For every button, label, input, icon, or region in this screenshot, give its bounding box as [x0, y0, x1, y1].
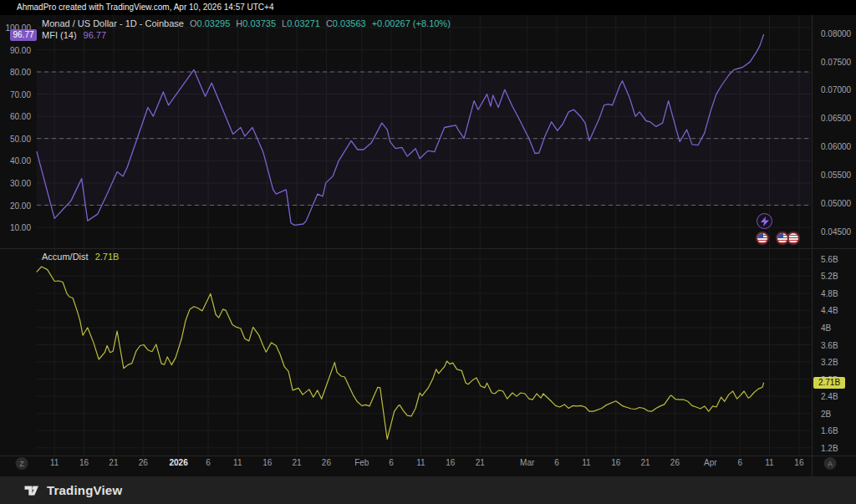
close-value: 0.03563 — [333, 18, 366, 28]
time-tick: 6 — [737, 458, 742, 467]
mfi-scale-tick: 90.00 — [0, 45, 31, 54]
mfi-scale-tick: 60.00 — [0, 112, 31, 121]
main-symbol-legend[interactable]: Monad / US Dollar - 1D - CoinbaseO0.0329… — [42, 18, 451, 28]
accum-scale-tick: 4.4B — [821, 306, 838, 315]
time-tick: 6 — [206, 458, 211, 467]
monad-logo-icon — [757, 213, 772, 229]
price-scale-tick: 0.05500 — [821, 171, 851, 180]
change-value: +0.00267 (+8.10%) — [372, 18, 451, 28]
mfi-scale-tick: 70.00 — [0, 89, 31, 99]
price-scale-tick: 0.07500 — [821, 57, 851, 66]
time-tick: 16 — [611, 458, 620, 467]
time-tick: 26 — [139, 458, 148, 467]
accum-scale-tick: 1.2B — [821, 443, 838, 452]
accum-scale-tick: 3.2B — [821, 358, 838, 367]
chart-area: 100.0090.0080.0070.0060.0050.0040.0030.0… — [0, 15, 856, 476]
mfi-indicator-value: 96.77 — [84, 30, 107, 40]
tradingview-logo-icon[interactable] — [23, 482, 39, 498]
price-scale-tick: 0.05000 — [821, 198, 851, 207]
us-flag-icon — [756, 232, 769, 245]
open-label: O — [190, 18, 197, 28]
open-value: 0.03295 — [197, 18, 231, 28]
time-tick: 21 — [109, 458, 118, 467]
accum-scale-tick: 2B — [821, 409, 831, 418]
footer-bar: TradingView — [0, 476, 856, 504]
accum-scale-tick: 4.8B — [821, 288, 838, 298]
accum-scale-tick: 4B — [821, 323, 831, 333]
us-flag-icon — [776, 232, 789, 245]
time-tick: 2026 — [169, 458, 187, 467]
accum-dist-label: Accum/Dist — [42, 252, 89, 262]
symbol-title: Monad / US Dollar - 1D - Coinbase — [42, 18, 184, 28]
close-label: C — [326, 18, 333, 28]
time-tick: 16 — [79, 458, 89, 467]
high-value: 0.03735 — [242, 18, 276, 28]
mfi-indicator-legend[interactable]: MFI (14)96.77 — [42, 30, 106, 40]
accum-scale-tick: 5.2B — [821, 272, 838, 281]
chart-canvas[interactable] — [0, 15, 856, 476]
mfi-scale-tick: 30.00 — [0, 178, 31, 187]
mfi-scale-tick: 10.00 — [0, 223, 31, 232]
watermark-text: AhmadPro created with TradingView.com, A… — [0, 0, 856, 15]
time-tick: 16 — [262, 458, 272, 467]
time-tick: 21 — [641, 458, 650, 467]
price-scale-tick: 0.07000 — [821, 85, 851, 94]
time-tick: 16 — [446, 458, 455, 467]
price-scale-tick: 0.06000 — [821, 142, 851, 151]
time-tick: Apr — [704, 458, 717, 467]
time-tick: 26 — [322, 458, 331, 467]
time-tick: 11 — [416, 458, 425, 467]
time-tick: 21 — [292, 458, 301, 467]
price-scale-tick: 0.06500 — [821, 114, 851, 123]
time-tick: 16 — [794, 458, 803, 467]
time-tick: 6 — [389, 458, 394, 467]
time-tick: 26 — [670, 458, 680, 467]
accum-scale-tick: 2.4B — [821, 392, 838, 401]
time-tick: 11 — [765, 458, 773, 467]
accum-scale-tick: 3.6B — [821, 340, 838, 349]
mfi-scale-tick: 20.00 — [0, 201, 31, 210]
time-tick: 11 — [50, 458, 59, 467]
mfi-scale-tick: 40.00 — [0, 156, 31, 165]
time-tick: Feb — [354, 458, 369, 467]
accum-last-value-badge: 2.71B — [813, 377, 845, 389]
accum-dist-value: 2.71B — [95, 252, 120, 262]
time-tick: 11 — [233, 458, 242, 467]
autoscale-button[interactable]: A — [824, 457, 837, 470]
mfi-scale-tick: 50.00 — [0, 134, 31, 143]
mfi-scale-tick: 80.00 — [0, 68, 31, 77]
price-scale-tick: 0.04500 — [821, 227, 851, 236]
price-scale-tick: 0.08000 — [821, 28, 851, 38]
tradingview-wordmark[interactable]: TradingView — [47, 483, 122, 497]
accum-scale-tick: 5.6B — [821, 254, 838, 263]
timezone-button[interactable]: Z — [16, 457, 28, 470]
mfi-last-value-badge: 96.77 — [10, 29, 37, 41]
low-value: 0.03271 — [287, 18, 320, 28]
time-tick: 11 — [582, 458, 590, 467]
mfi-indicator-label: MFI (14) — [42, 30, 77, 40]
accum-scale-tick: 1.6B — [821, 426, 838, 435]
time-tick: 6 — [554, 458, 559, 467]
time-tick: 21 — [476, 458, 485, 467]
time-tick: Mar — [520, 458, 534, 467]
accum-dist-legend[interactable]: Accum/Dist2.71B — [42, 252, 119, 262]
